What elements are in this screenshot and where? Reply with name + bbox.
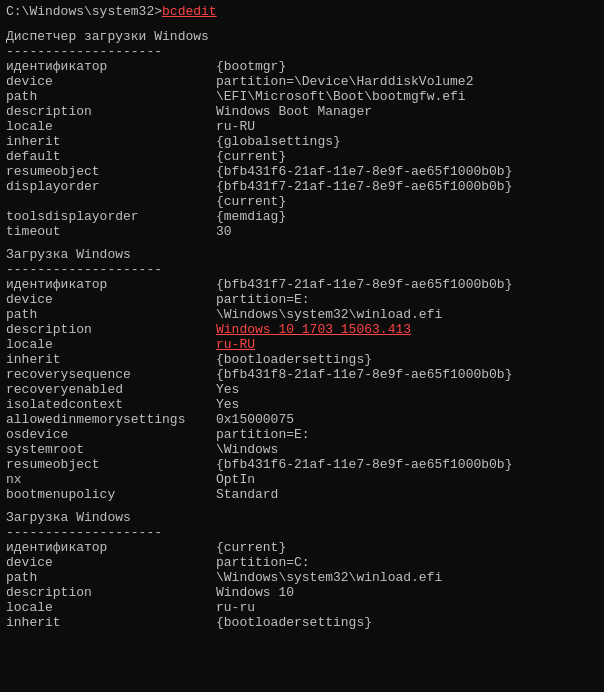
entry-key — [6, 194, 216, 209]
entry-key: resumeobject — [6, 164, 216, 179]
entry-key: timeout — [6, 224, 216, 239]
entry-value: {bootmgr} — [216, 59, 286, 74]
entry-key: inherit — [6, 615, 216, 630]
entry-key: default — [6, 149, 216, 164]
entry-key: nx — [6, 472, 216, 487]
entry-key: inherit — [6, 352, 216, 367]
entry-value: 0x15000075 — [216, 412, 294, 427]
section-divider-1: -------------------- — [6, 262, 598, 277]
entry-value: {memdiag} — [216, 209, 286, 224]
entry-key: toolsdisplayorder — [6, 209, 216, 224]
entry-row: localeru-RU — [6, 337, 598, 352]
entry-value: Yes — [216, 397, 239, 412]
section-divider-0: -------------------- — [6, 44, 598, 59]
entry-value: \Windows\system32\winload.efi — [216, 570, 442, 585]
entry-row: localeru-ru — [6, 600, 598, 615]
entry-row: {current} — [6, 194, 598, 209]
entry-value: OptIn — [216, 472, 255, 487]
entry-row: inherit{globalsettings} — [6, 134, 598, 149]
entry-value: Windows Boot Manager — [216, 104, 372, 119]
entry-value: {current} — [216, 540, 286, 555]
entry-value: \EFI\Microsoft\Boot\bootmgfw.efi — [216, 89, 466, 104]
entry-row: systemroot\Windows — [6, 442, 598, 457]
blank-1 — [6, 239, 598, 243]
section-title-0: Диспетчер загрузки Windows — [6, 29, 598, 44]
blank-2 — [6, 502, 598, 506]
entry-value: {bfb431f6-21af-11e7-8e9f-ae65f1000b0b} — [216, 164, 512, 179]
terminal-window: C:\Windows\system32>bcdedit Диспетчер за… — [0, 0, 604, 692]
entry-key: path — [6, 89, 216, 104]
entry-key: path — [6, 307, 216, 322]
entry-key: path — [6, 570, 216, 585]
entry-key: description — [6, 585, 216, 600]
entry-row: bootmenupolicyStandard — [6, 487, 598, 502]
entry-key: recoverysequence — [6, 367, 216, 382]
entry-row: resumeobject{bfb431f6-21af-11e7-8e9f-ae6… — [6, 164, 598, 179]
entry-row: path\EFI\Microsoft\Boot\bootmgfw.efi — [6, 89, 598, 104]
blank-0 — [6, 21, 598, 25]
entry-row: displayorder{bfb431f7-21af-11e7-8e9f-ae6… — [6, 179, 598, 194]
entry-key: allowedinmemorysettings — [6, 412, 216, 427]
entry-row: timeout30 — [6, 224, 598, 239]
entry-key: device — [6, 555, 216, 570]
entry-value: {current} — [216, 194, 286, 209]
entry-key: device — [6, 292, 216, 307]
entry-value: Yes — [216, 382, 239, 397]
entry-row: allowedinmemorysettings0x15000075 — [6, 412, 598, 427]
section-divider-2: -------------------- — [6, 525, 598, 540]
entry-value: partition=E: — [216, 292, 310, 307]
entry-row: descriptionWindows 10 1703 15063.413 — [6, 322, 598, 337]
entry-key: bootmenupolicy — [6, 487, 216, 502]
entry-value: partition=C: — [216, 555, 310, 570]
entry-value: {bfb431f8-21af-11e7-8e9f-ae65f1000b0b} — [216, 367, 512, 382]
entry-key: идентификатор — [6, 540, 216, 555]
entry-row: идентификатор{bfb431f7-21af-11e7-8e9f-ae… — [6, 277, 598, 292]
entry-value: partition=E: — [216, 427, 310, 442]
entry-value: {bootloadersettings} — [216, 352, 372, 367]
entry-value: Standard — [216, 487, 278, 502]
entry-key: inherit — [6, 134, 216, 149]
entry-row: resumeobject{bfb431f6-21af-11e7-8e9f-ae6… — [6, 457, 598, 472]
entry-value: ru-RU — [216, 337, 255, 352]
entry-key: locale — [6, 119, 216, 134]
entry-row: devicepartition=C: — [6, 555, 598, 570]
entry-value: ru-RU — [216, 119, 255, 134]
entry-row: devicepartition=\Device\HarddiskVolume2 — [6, 74, 598, 89]
entry-value: {bfb431f7-21af-11e7-8e9f-ae65f1000b0b} — [216, 277, 512, 292]
entry-row: osdevicepartition=E: — [6, 427, 598, 442]
entry-key: device — [6, 74, 216, 89]
entry-value: \Windows\system32\winload.efi — [216, 307, 442, 322]
entry-row: inherit{bootloadersettings} — [6, 352, 598, 367]
entry-key: isolatedcontext — [6, 397, 216, 412]
entry-row: devicepartition=E: — [6, 292, 598, 307]
section-title-2: Загрузка Windows — [6, 510, 598, 525]
entry-key: description — [6, 322, 216, 337]
entry-value: {bfb431f7-21af-11e7-8e9f-ae65f1000b0b} — [216, 179, 512, 194]
entry-row: inherit{bootloadersettings} — [6, 615, 598, 630]
entry-value: {globalsettings} — [216, 134, 341, 149]
prompt-path: C:\Windows\system32> — [6, 4, 162, 19]
entry-key: resumeobject — [6, 457, 216, 472]
entry-row: path\Windows\system32\winload.efi — [6, 570, 598, 585]
entry-key: идентификатор — [6, 277, 216, 292]
entry-value: 30 — [216, 224, 232, 239]
entry-row: toolsdisplayorder{memdiag} — [6, 209, 598, 224]
entry-row: recoveryenabledYes — [6, 382, 598, 397]
section-title-1: Загрузка Windows — [6, 247, 598, 262]
entry-row: descriptionWindows 10 — [6, 585, 598, 600]
entry-key: osdevice — [6, 427, 216, 442]
entry-row: localeru-RU — [6, 119, 598, 134]
entry-row: isolatedcontextYes — [6, 397, 598, 412]
entry-row: nxOptIn — [6, 472, 598, 487]
entry-row: default{current} — [6, 149, 598, 164]
entry-key: locale — [6, 337, 216, 352]
entry-value: Windows 10 1703 15063.413 — [216, 322, 411, 337]
entry-row: path\Windows\system32\winload.efi — [6, 307, 598, 322]
entry-value: \Windows — [216, 442, 278, 457]
entry-value: partition=\Device\HarddiskVolume2 — [216, 74, 473, 89]
entry-value: ru-ru — [216, 600, 255, 615]
entry-key: locale — [6, 600, 216, 615]
entry-value: Windows 10 — [216, 585, 294, 600]
entry-key: description — [6, 104, 216, 119]
entry-key: displayorder — [6, 179, 216, 194]
